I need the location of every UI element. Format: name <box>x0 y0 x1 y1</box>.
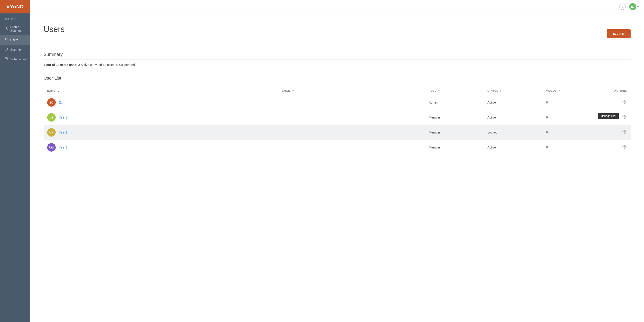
user-cell-role: Member <box>425 110 484 125</box>
manage-user-button[interactable] <box>621 114 627 121</box>
col-header-name[interactable]: NAME ▲ <box>44 87 278 95</box>
sort-desc-icon: ▾ <box>292 90 294 92</box>
user-cell-videos: 0 <box>542 125 590 140</box>
col-actions-label: ACTIONS <box>614 90 627 92</box>
sidebar-item-label: Users <box>10 38 18 42</box>
avatar: EC <box>47 98 56 107</box>
user-cell-status: Active <box>484 140 543 155</box>
sidebar-item-subscription[interactable]: Subscription <box>0 54 30 64</box>
svg-point-9 <box>624 131 625 132</box>
col-videos-label: VIDEOS <box>546 90 557 92</box>
user-cell-role: Member <box>425 140 484 155</box>
table-row: UM User3 Member Active 0 <box>44 140 630 155</box>
col-role-label: ROLE <box>429 90 436 92</box>
user-cell-actions <box>590 95 630 110</box>
sidebar-item-label: Profile Settings <box>10 25 26 32</box>
user-name-link[interactable]: User3 <box>59 146 67 149</box>
svg-point-0 <box>6 27 7 28</box>
user-cell-name: UM User3 <box>44 140 278 155</box>
user-list-section: User List NAME ▲ EMAIL ▾ ROLE <box>44 76 630 155</box>
user-cell-status: Locked <box>484 125 543 140</box>
sidebar-item-users[interactable]: Users <box>0 35 30 45</box>
people-icon <box>4 38 8 42</box>
avatar[interactable]: EC <box>629 3 636 10</box>
col-header-status[interactable]: STATUS ▾ <box>484 87 543 95</box>
user-cell-videos: 0 <box>542 140 590 155</box>
logo-area: VYoND <box>0 0 30 14</box>
avatar: US <box>47 113 56 122</box>
gear-icon <box>622 130 626 134</box>
gear-icon <box>622 115 626 119</box>
help-button[interactable]: ? <box>620 4 626 10</box>
sidebar-item-label: Security <box>10 48 22 52</box>
user-name-link[interactable]: User1 <box>59 116 67 119</box>
svg-rect-3 <box>5 58 8 60</box>
summary-section: Summary 4 out of 30 seats used: 3 Active… <box>44 52 630 67</box>
seats-used: 4 out of 30 seats used: <box>44 63 77 67</box>
user-name-link[interactable]: User2 <box>59 130 67 134</box>
person-icon <box>4 27 8 31</box>
col-header-videos[interactable]: VIDEOS ▾ <box>542 87 590 95</box>
invite-button[interactable]: INVITE <box>607 29 630 38</box>
chevron-down-icon: ▾ <box>637 5 639 8</box>
svg-point-7 <box>624 101 625 102</box>
col-email-label: EMAIL <box>282 90 291 92</box>
user-cell-status: Active <box>484 95 543 110</box>
user-cell-name: EC Ed <box>44 95 278 110</box>
page-title: Users <box>44 24 64 34</box>
user-cell-actions <box>590 140 630 155</box>
user-cell-name: US User1 <box>44 110 278 125</box>
user-cell-status: Active <box>484 110 543 125</box>
col-header-actions: ACTIONS <box>590 87 630 95</box>
user-table: NAME ▲ EMAIL ▾ ROLE ▾ STATUS <box>44 87 630 155</box>
sort-desc-icon: ▾ <box>558 90 560 92</box>
sort-desc-icon: ▾ <box>500 90 501 92</box>
calendar-icon <box>4 57 8 61</box>
svg-point-10 <box>624 146 625 147</box>
user-cell-actions <box>590 125 630 140</box>
summary-stats: 4 out of 30 seats used: 3 Active 0 Invit… <box>44 63 630 67</box>
sidebar-item-profile-settings[interactable]: Profile Settings <box>0 22 30 35</box>
avatar: UH <box>47 128 56 137</box>
manage-user-button[interactable] <box>621 144 627 151</box>
user-cell-email <box>278 125 425 140</box>
sidebar-item-label: Subscription <box>10 58 28 61</box>
gear-icon <box>622 145 626 149</box>
main-content: Users INVITE Summary 4 out of 30 seats u… <box>30 14 644 322</box>
user-cell-email <box>278 140 425 155</box>
col-name-label: NAME <box>47 90 55 92</box>
col-header-role[interactable]: ROLE ▾ <box>425 87 484 95</box>
user-cell-email <box>278 95 425 110</box>
summary-title: Summary <box>44 52 630 57</box>
sort-asc-icon: ▲ <box>57 90 60 92</box>
user-cell-actions: Manage user <box>590 110 630 125</box>
col-header-email[interactable]: EMAIL ▾ <box>278 87 425 95</box>
sidebar-item-security[interactable]: Security <box>0 45 30 54</box>
sidebar-section-label: SETTINGS <box>0 18 30 22</box>
user-menu[interactable]: EC ▾ <box>629 3 639 10</box>
manage-user-button[interactable] <box>621 99 627 106</box>
manage-user-tooltip: Manage user <box>598 113 619 119</box>
stats-detail: 3 Active 0 Invited 1 Locked 0 Suspended <box>78 63 135 67</box>
user-cell-name: UH User2 <box>44 125 278 140</box>
user-list-title: User List <box>44 76 630 81</box>
question-icon: ? <box>622 5 624 8</box>
col-status-label: STATUS <box>488 90 498 92</box>
gear-icon <box>622 100 626 104</box>
user-cell-videos: 0 <box>542 110 590 125</box>
table-row: US User1 Member Active 0 Manage user <box>44 110 630 125</box>
user-cell-role: Member <box>425 125 484 140</box>
user-cell-role: Admin <box>425 95 484 110</box>
shield-icon <box>4 48 8 52</box>
sidebar: SETTINGS Profile Settings Users <box>0 14 30 322</box>
user-cell-email <box>278 110 425 125</box>
sort-desc-icon: ▾ <box>438 90 440 92</box>
user-cell-videos: 0 <box>542 95 590 110</box>
manage-user-button[interactable] <box>621 129 627 136</box>
user-name-link[interactable]: Ed <box>59 100 62 104</box>
svg-point-1 <box>5 38 6 40</box>
table-row: EC Ed Admin Active 0 <box>44 95 630 110</box>
avatar: UM <box>47 143 56 152</box>
svg-point-2 <box>7 39 8 39</box>
svg-point-8 <box>624 116 625 118</box>
